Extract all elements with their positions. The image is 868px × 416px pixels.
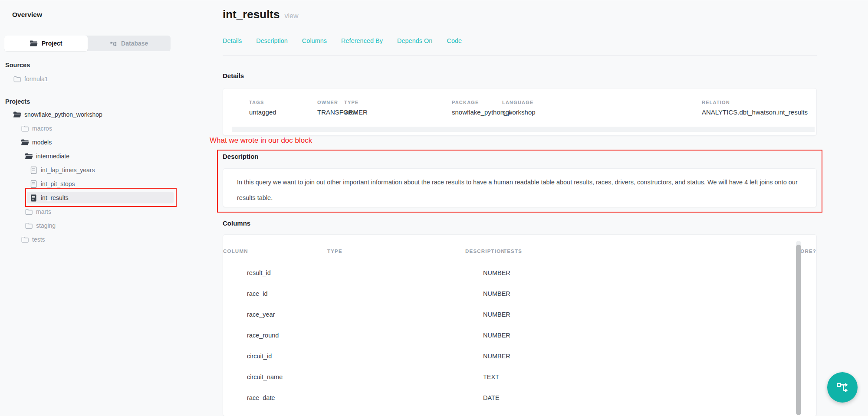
detail-field-value: snowflake_python_workshop bbox=[452, 108, 502, 116]
detail-field: TAGS untagged bbox=[249, 100, 317, 116]
detail-field-label: PACKAGE bbox=[452, 100, 502, 105]
tree-item-label: marts bbox=[36, 208, 51, 215]
details-card-strip bbox=[232, 127, 815, 132]
sidebar: Overview Project Database Sources formul… bbox=[0, 0, 204, 416]
tree-item[interactable]: models bbox=[0, 135, 204, 149]
database-tab[interactable]: Database bbox=[88, 36, 171, 51]
table-scrollbar-track bbox=[796, 241, 801, 415]
details-section-heading: Details bbox=[223, 72, 244, 79]
table-scrollbar-thumb[interactable] bbox=[796, 245, 801, 415]
detail-field-label: RELATION bbox=[702, 100, 808, 105]
table-row[interactable]: circuit_id NUMBER bbox=[223, 346, 816, 367]
detail-field: LANGUAGE sql bbox=[502, 100, 702, 116]
tab[interactable]: Description bbox=[256, 37, 288, 44]
tab[interactable]: Code bbox=[447, 37, 462, 44]
table-row[interactable]: circuit_name TEXT bbox=[223, 367, 816, 387]
title-row: int_results view bbox=[223, 8, 299, 21]
folder-open-icon bbox=[13, 111, 21, 118]
table-row[interactable]: result_id NUMBER bbox=[223, 262, 816, 283]
table-row[interactable]: race_time TIME bbox=[223, 408, 816, 416]
detail-field: RELATION ANALYTICS.dbt_hwatson.int_resul… bbox=[702, 100, 808, 116]
tree-item-label: staging bbox=[36, 222, 56, 229]
detail-field-label: TAGS bbox=[249, 100, 317, 105]
tree-item[interactable]: snowflake_python_workshop bbox=[0, 108, 204, 121]
project-tab[interactable]: Project bbox=[4, 36, 88, 51]
dbt-docs-app: Overview Project Database Sources formul… bbox=[0, 0, 868, 416]
column-header: TYPE bbox=[327, 249, 465, 254]
cell-type: NUMBER bbox=[483, 269, 587, 276]
cell-type: NUMBER bbox=[483, 353, 587, 360]
tree-item[interactable]: tests bbox=[0, 233, 204, 246]
detail-field-value: ANALYTICS.dbt_hwatson.int_results bbox=[702, 108, 808, 116]
overview-title: Overview bbox=[12, 11, 42, 19]
tab[interactable]: Details bbox=[223, 37, 242, 44]
columns-card: COLUMN TYPE DESCRIPTION TESTS MORE? resu… bbox=[223, 234, 817, 416]
folder-open-icon bbox=[25, 153, 33, 160]
detail-field-label: TYPE bbox=[344, 100, 452, 105]
detail-field: PACKAGE snowflake_python_workshop bbox=[452, 100, 502, 116]
file-icon bbox=[30, 180, 38, 188]
cell-type: NUMBER bbox=[483, 290, 587, 297]
tree-item-label: models bbox=[32, 139, 52, 146]
column-header: COLUMN bbox=[223, 249, 327, 254]
view-toggle: Project Database bbox=[4, 36, 171, 51]
sources-header: Sources bbox=[5, 62, 30, 69]
columns-table-header: COLUMN TYPE DESCRIPTION TESTS MORE? bbox=[223, 245, 816, 257]
file-icon bbox=[30, 194, 38, 202]
detail-field-label: LANGUAGE bbox=[502, 100, 702, 105]
tree-item[interactable]: int_lap_times_years bbox=[0, 163, 204, 177]
detail-field-value: TRANSFORMER bbox=[317, 108, 344, 116]
tree-item-label: int_pit_stops bbox=[41, 180, 75, 187]
project-tree: snowflake_python_workshop macros models bbox=[0, 108, 204, 246]
column-header: TESTS bbox=[503, 249, 796, 254]
tree-item[interactable]: formula1 bbox=[0, 72, 204, 86]
description-text: In this query we want to join out other … bbox=[223, 169, 816, 211]
doc-block-annotation: What we wrote in our doc block bbox=[210, 136, 312, 145]
cell-column-name: circuit_id bbox=[223, 353, 483, 360]
tabs-divider bbox=[223, 55, 817, 56]
tree-item-label: int_lap_times_years bbox=[41, 167, 95, 174]
tab[interactable]: Columns bbox=[302, 37, 327, 44]
detail-tabs: Details Description Columns Referenced B… bbox=[223, 37, 462, 44]
file-icon bbox=[30, 167, 38, 174]
detail-field: TYPE view bbox=[344, 100, 452, 116]
tree-item[interactable]: marts bbox=[0, 205, 204, 219]
folder-closed-icon bbox=[25, 223, 33, 229]
table-row[interactable]: race_round NUMBER bbox=[223, 325, 816, 346]
folder-closed-icon bbox=[21, 236, 29, 243]
table-row[interactable]: race_date DATE bbox=[223, 387, 816, 408]
detail-field-value: sql bbox=[502, 108, 702, 116]
tree-item[interactable]: int_results bbox=[0, 191, 204, 205]
columns-table-rows: result_id NUMBER race_id NUMBER bbox=[223, 262, 816, 416]
tree-item-label: formula1 bbox=[24, 75, 48, 82]
table-row[interactable]: race_year NUMBER bbox=[223, 304, 816, 325]
cell-type: NUMBER bbox=[483, 311, 587, 318]
folder-open-icon bbox=[30, 40, 38, 47]
table-row[interactable]: race_id NUMBER bbox=[223, 283, 816, 304]
page-title: int_results bbox=[223, 8, 280, 21]
lineage-icon bbox=[110, 40, 117, 47]
tree-item-label: snowflake_python_workshop bbox=[24, 111, 102, 118]
tab[interactable]: Referenced By bbox=[341, 37, 383, 44]
columns-section-heading: Columns bbox=[223, 219, 250, 227]
sources-tree: formula1 bbox=[0, 72, 204, 86]
tree-item-label: intermediate bbox=[36, 153, 69, 160]
tree-item-label: int_results bbox=[41, 194, 69, 201]
cell-column-name: race_date bbox=[223, 394, 483, 401]
tree-item[interactable]: staging bbox=[0, 219, 204, 233]
tree-item-label: macros bbox=[32, 125, 52, 132]
tree-item[interactable]: intermediate bbox=[0, 149, 204, 163]
main-content: int_results view Details Description Col… bbox=[223, 0, 817, 416]
tree-item[interactable]: int_pit_stops bbox=[0, 177, 204, 191]
model-type-label: view bbox=[285, 12, 299, 20]
tree-item[interactable]: macros bbox=[0, 121, 204, 135]
details-fields: TAGS untagged OWNER TRANSFORMER TYPE vie… bbox=[223, 88, 816, 116]
cell-type: NUMBER bbox=[483, 332, 587, 339]
description-card: In this query we want to join out other … bbox=[223, 168, 817, 207]
cell-column-name: race_year bbox=[223, 311, 483, 318]
tab[interactable]: Depends On bbox=[397, 37, 432, 44]
folder-closed-icon bbox=[13, 76, 21, 82]
column-header: DESCRIPTION bbox=[465, 249, 503, 254]
lineage-graph-fab[interactable] bbox=[827, 372, 858, 403]
cell-column-name: circuit_name bbox=[223, 373, 483, 380]
